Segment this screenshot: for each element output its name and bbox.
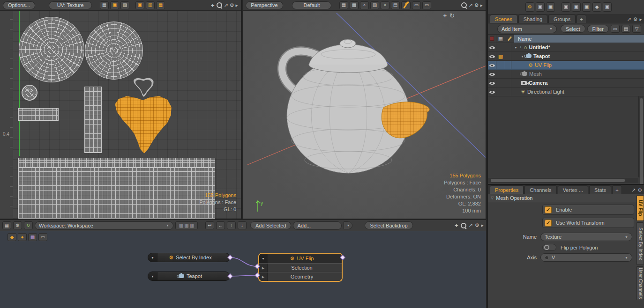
tool-bar2-icon[interactable]: ▭ <box>422 1 431 9</box>
diamond-tool-icon[interactable]: ◆ <box>592 2 601 12</box>
list-style-icon[interactable]: ▭ <box>611 25 620 33</box>
node-input-geometry[interactable]: ▶ Geometry <box>259 272 342 281</box>
eye-icon[interactable] <box>488 43 496 51</box>
uv-island-disk-large[interactable] <box>19 17 84 82</box>
scenes-panel-arrow-icon[interactable]: ▶ <box>640 18 642 21</box>
uv-image-toggle-icon[interactable]: ▣ <box>110 1 119 9</box>
shade-dots-icon[interactable]: ▩ <box>350 1 359 9</box>
checkbox-checked-icon[interactable]: ✓ <box>545 220 552 227</box>
render-column-icon[interactable]: ▦ <box>496 35 505 43</box>
shade-off-icon[interactable]: × <box>360 1 369 9</box>
tab-groups[interactable]: Groups <box>548 15 576 23</box>
cube-tool-icon[interactable]: ▣ <box>572 2 581 12</box>
uv-zoom-icon[interactable] <box>216 2 223 8</box>
tool-bar-icon[interactable]: ▭ <box>412 1 421 9</box>
tab-channels[interactable]: Channels <box>524 185 556 194</box>
expander-icon[interactable]: ▼ <box>521 55 524 58</box>
tab-vertex[interactable]: Vertex ... <box>558 185 588 194</box>
visibility-column-icon[interactable] <box>488 35 496 43</box>
tool-hammer-icon[interactable] <box>401 1 411 9</box>
cube-tool-icon[interactable]: ▣ <box>603 2 612 12</box>
uv-island-disk-small[interactable] <box>22 85 37 101</box>
item-label[interactable]: Teapot <box>533 53 550 59</box>
enable-row[interactable]: ✓ Enable <box>542 205 634 215</box>
node-collapse-icon[interactable]: ▼ <box>151 256 154 259</box>
checkbox-checked-icon[interactable]: ✓ <box>545 206 552 213</box>
overlay-off-icon[interactable]: × <box>381 1 389 9</box>
uv-island-spout-selected[interactable] <box>114 95 172 154</box>
item-label[interactable]: UV Flip <box>535 62 552 68</box>
select-button[interactable]: Select <box>561 25 585 33</box>
properties-gear-icon[interactable]: ⚙ <box>637 188 642 193</box>
3d-rotate-icon[interactable]: ↻ <box>449 13 455 19</box>
node-select-by-index[interactable]: ▼ ⚙ Select By Index <box>148 253 230 262</box>
eye-icon[interactable] <box>488 52 496 60</box>
3d-panel-arrow-icon[interactable]: ▶ <box>480 4 483 7</box>
shade-hatch-icon[interactable]: ▨ <box>370 1 379 9</box>
use-world-transform-row[interactable]: ✓ Use World Transform <box>542 218 634 228</box>
projection-dropdown[interactable]: Perspective <box>246 1 283 9</box>
node-uv-flip[interactable]: ▼ ⚙ UV Flip ▶ Selection ▶ Geometry <box>258 253 343 282</box>
uv-maximize-icon[interactable]: ↗ <box>224 3 228 8</box>
3d-viewport[interactable]: y 155 Polygons Polygons : Face Channels:… <box>243 0 487 219</box>
uv-options-button[interactable]: Options... <box>3 1 35 9</box>
uv-viewport[interactable]: 0.4 155 Polygons Polygons : Face GL: 0 O… <box>0 0 242 219</box>
uv-island-strip-vertical[interactable] <box>84 87 102 153</box>
properties-maximize-icon[interactable]: ↗ <box>631 188 636 193</box>
item-label[interactable]: Camera <box>529 80 547 86</box>
node-collapse-icon[interactable]: ▼ <box>151 275 154 278</box>
tab-properties[interactable]: Properties <box>490 185 524 194</box>
node-teapot[interactable]: ▼ Teapot <box>148 271 230 281</box>
uv-hatch-toggle-icon[interactable]: ▨ <box>120 1 129 9</box>
3d-maximize-icon[interactable]: ↗ <box>469 3 473 8</box>
uv-panel-arrow-icon[interactable]: ▶ <box>236 4 238 7</box>
uv-grid-toggle-icon[interactable]: ▦ <box>100 1 109 9</box>
side-tab-uv-flip[interactable]: UV Flip <box>637 195 644 221</box>
table-row-directional-light[interactable]: ☀ Directional Light <box>488 88 644 96</box>
plus-icon[interactable]: + <box>519 45 522 50</box>
overlay-rows-icon[interactable]: ▤ <box>391 1 400 9</box>
uv-canvas[interactable]: 0.4 155 Polygons Polygons : Face GL: 0 <box>0 0 241 219</box>
scenes-maximize-icon[interactable]: ↗ <box>627 17 631 22</box>
uv-project-sphere-icon[interactable]: ▦ <box>156 1 165 9</box>
cube-tool-icon[interactable]: ▣ <box>546 2 555 12</box>
name-column-header[interactable]: Name <box>514 35 644 43</box>
uv-island-strip-horizontal[interactable] <box>18 108 59 121</box>
table-row-uv-flip[interactable]: ⚙ UV Flip <box>488 61 644 70</box>
table-row-untitled[interactable]: ▼ + ⌂ Untitled* <box>488 43 644 52</box>
uv-mode-dropdown[interactable]: UV: Texture <box>49 1 92 9</box>
schematic-panel[interactable]: ▦ ⚙ ↻ Workspace: Workspace ▼ ▥▥▥ ↩ ← ↑ ↓… <box>0 220 486 308</box>
uv-pan-icon[interactable]: + <box>211 2 215 8</box>
tab-scenes[interactable]: Scenes <box>490 15 517 23</box>
filter-button[interactable]: Filter <box>587 25 609 33</box>
table-row-camera[interactable]: Camera <box>488 79 644 88</box>
eye-icon[interactable] <box>488 70 496 78</box>
shading-dropdown[interactable]: Default <box>292 1 331 9</box>
item-label[interactable]: Untitled* <box>529 44 550 50</box>
cube-tool-icon[interactable]: ▣ <box>582 2 591 12</box>
table-row-mesh[interactable]: Mesh <box>488 70 644 79</box>
cube-tool-icon[interactable]: ▣ <box>536 2 545 12</box>
side-tab-user-channels[interactable]: User Channels <box>637 266 644 300</box>
edit-column-icon[interactable] <box>505 35 514 43</box>
item-label[interactable]: Mesh <box>529 71 542 77</box>
uv-project-planar-icon[interactable]: ▣ <box>135 1 144 9</box>
expander-icon[interactable]: ▼ <box>514 46 517 49</box>
tab-stats[interactable]: Stats <box>589 185 611 194</box>
table-row-teapot[interactable]: ▩ ▼ Teapot <box>488 52 644 61</box>
eye-icon[interactable] <box>488 79 496 87</box>
axis-dropdown[interactable]: V ▼ <box>540 253 632 262</box>
render-badge-icon[interactable]: ▩ <box>496 52 505 60</box>
tree-horizontal-scrollbar[interactable] <box>488 178 638 183</box>
setup-gear-icon[interactable]: ⚙ <box>525 2 534 12</box>
name-dropdown[interactable]: Texture ▼ <box>540 233 632 241</box>
tab-shading[interactable]: Shading <box>518 15 547 23</box>
node-input-selection[interactable]: ▶ Selection <box>259 263 342 272</box>
tree-vertical-scrollbar[interactable] <box>638 96 644 177</box>
3d-zoom-icon[interactable] <box>461 2 467 8</box>
uv-settings-gear-icon[interactable]: ⚙ <box>230 3 234 8</box>
list-style2-icon[interactable]: ▤ <box>622 25 630 33</box>
side-tab-select-by-index[interactable]: Select By Index <box>637 222 644 265</box>
cube-tool-icon[interactable]: ▣ <box>562 2 570 12</box>
tab-add[interactable]: + <box>577 15 586 23</box>
